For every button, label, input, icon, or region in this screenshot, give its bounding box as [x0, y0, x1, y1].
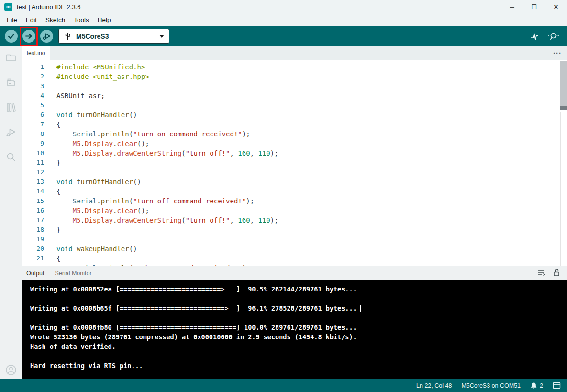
close-button[interactable]: ✕ [545, 0, 567, 13]
console-line: Writing at 0x0008fb80 [=================… [30, 324, 567, 333]
notification-count: 2 [540, 382, 543, 389]
code-lines: 1#include <M5Unified.h>2#include <unit_a… [22, 62, 567, 266]
editor-scrollbar[interactable] [560, 60, 567, 266]
code-line: 1#include <M5Unified.h> [22, 62, 567, 72]
console-line [30, 295, 567, 304]
activity-sidebar [0, 46, 22, 379]
toggle-panel-button[interactable] [553, 382, 561, 389]
notifications-button[interactable]: 2 [530, 382, 543, 390]
code-line: 19 [22, 235, 567, 244]
indent-guide [58, 263, 58, 266]
bottom-panel-header: Output Serial Monitor [22, 266, 567, 280]
more-actions-icon[interactable]: ··· [553, 46, 562, 60]
line-number: 2 [22, 72, 44, 81]
console-line [30, 314, 567, 324]
code-line: 10 M5.Display.drawCenterString("turn off… [22, 148, 567, 158]
sidebar-item-search[interactable] [5, 151, 17, 163]
indent-guide [58, 129, 58, 158]
console-line: Wrote 523136 bytes (289761 compressed) a… [30, 333, 567, 343]
search-icon [5, 151, 17, 163]
code-line: 16 M5.Display.clear(); [22, 206, 567, 215]
line-number: 20 [22, 244, 44, 254]
debug-icon [5, 126, 17, 138]
line-number: 9 [22, 139, 44, 148]
panel-layout-icon [553, 382, 561, 389]
board-icon [5, 77, 17, 88]
line-number: 11 [22, 158, 44, 168]
line-number: 7 [22, 120, 44, 129]
menu-file[interactable]: File [2, 15, 22, 25]
line-number: 12 [22, 168, 44, 177]
bell-icon [530, 382, 537, 390]
chevron-down-icon [159, 35, 164, 38]
menu-help[interactable]: Help [93, 15, 115, 25]
sidebar-item-sketchbook[interactable] [5, 51, 17, 64]
menu-sketch[interactable]: Sketch [41, 15, 69, 25]
board-port-status[interactable]: M5CoreS3 on COM51 [461, 382, 521, 389]
code-line: 9 M5.Display.clear(); [22, 139, 567, 148]
verify-button[interactable] [5, 30, 18, 43]
serial-monitor-button[interactable] [547, 31, 560, 42]
scrollbar-track-edge [560, 112, 561, 266]
line-number: 6 [22, 110, 44, 120]
console-cursor [360, 305, 361, 312]
line-number: 14 [22, 187, 44, 196]
editor-column: test.ino ··· 1#include <M5Unified.h>2#in… [22, 46, 567, 379]
code-line: 17 M5.Display.drawCenterString("turn off… [22, 215, 567, 225]
code-line: 8 Serial.println("turn on command receiv… [22, 129, 567, 139]
line-number: 4 [22, 91, 44, 101]
sidebar-item-debug[interactable] [5, 126, 17, 138]
clear-output-button[interactable] [537, 268, 546, 278]
code-line: 14{ [22, 187, 567, 196]
line-number: 21 [22, 254, 44, 263]
board-selector-label: M5CoreS3 [76, 33, 109, 40]
output-console[interactable]: Writing at 0x000852ea [=================… [22, 280, 567, 379]
magnifier-dots-icon [547, 31, 560, 42]
serial-plotter-button[interactable] [529, 31, 540, 42]
cursor-position[interactable]: Ln 22, Col 48 [416, 382, 452, 389]
code-line: 12 [22, 168, 567, 177]
scrollbar-thumb-end [560, 106, 567, 110]
tab-serial-monitor[interactable]: Serial Monitor [55, 266, 92, 280]
minimize-button[interactable]: ─ [501, 0, 523, 13]
scrollbar-thumb[interactable] [560, 61, 567, 109]
line-number: 10 [22, 148, 44, 158]
code-line: 11} [22, 158, 567, 168]
sidebar-item-library-manager[interactable] [5, 101, 17, 113]
upload-button[interactable] [22, 30, 35, 43]
code-editor[interactable]: 1#include <M5Unified.h>2#include <unit_a… [22, 60, 567, 266]
debug-button[interactable] [40, 30, 53, 43]
editor-tab-bar: test.ino ··· [22, 46, 567, 60]
code-line: 13void turnOffHandler() [22, 177, 567, 187]
line-number: 22 [22, 263, 44, 266]
code-line: 7{ [22, 120, 567, 129]
code-line: 15 Serial.println("turn off command rece… [22, 196, 567, 206]
usb-icon [64, 32, 71, 40]
scroll-lock-button[interactable] [552, 268, 561, 278]
console-line: Writing at 0x000852ea [=================… [30, 285, 567, 295]
board-selector[interactable]: M5CoreS3 [58, 29, 169, 44]
code-line: 20void wakeupHandler() [22, 244, 567, 254]
arrow-right-icon [23, 30, 35, 42]
console-line [30, 352, 567, 362]
arduino-app-icon: ∞ [4, 3, 12, 11]
line-number: 8 [22, 129, 44, 139]
tab-output[interactable]: Output [26, 266, 44, 280]
line-number: 3 [22, 81, 44, 91]
menu-edit[interactable]: Edit [22, 15, 41, 25]
tab-test-ino[interactable]: test.ino [22, 46, 50, 60]
line-number: 13 [22, 177, 44, 187]
maximize-button[interactable]: ☐ [523, 0, 545, 13]
menu-tools[interactable]: Tools [69, 15, 93, 25]
line-number: 1 [22, 62, 44, 72]
line-number: 19 [22, 235, 44, 244]
account-button[interactable] [5, 364, 17, 376]
line-number: 16 [22, 206, 44, 215]
menu-bar: FileEditSketchToolsHelp [0, 13, 567, 26]
unlock-icon [552, 268, 561, 277]
console-line: Writing at 0x0008b65f [=================… [30, 304, 567, 314]
line-number: 18 [22, 225, 44, 235]
status-bar: Ln 22, Col 48 M5CoreS3 on COM51 2 [0, 379, 567, 392]
code-line: 22 Serial.println("wakeup command receiv… [22, 263, 567, 266]
sidebar-item-boards-manager[interactable] [5, 76, 17, 89]
